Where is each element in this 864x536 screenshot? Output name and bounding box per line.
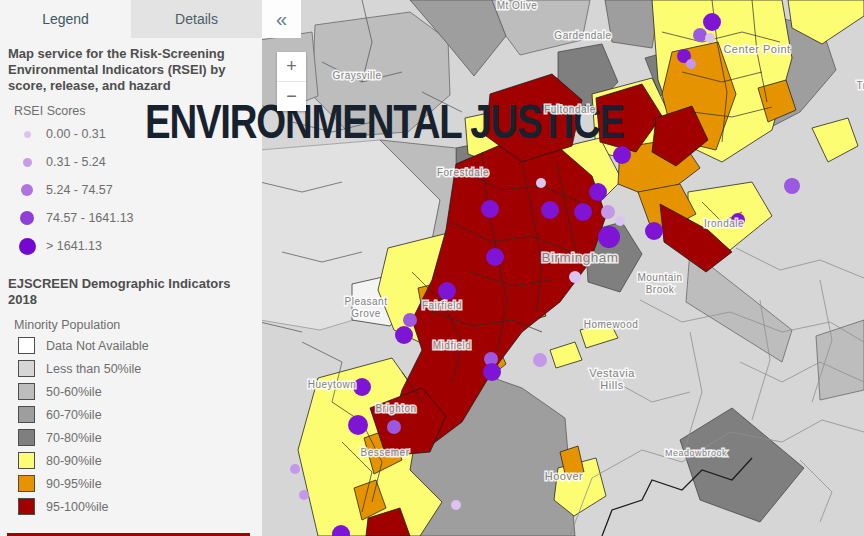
tract-map — [260, 0, 864, 536]
panel-tab-bar: Legend Details — [0, 0, 262, 38]
color-swatch — [18, 360, 35, 377]
minority-legend-label: 90-95%ile — [46, 477, 102, 491]
minority-legend-label: 70-80%ile — [46, 431, 102, 445]
zoom-control: + − — [277, 52, 306, 111]
rsei-legend-label: 0.00 - 0.31 — [46, 127, 106, 141]
minority-population-heading: Minority Population — [14, 318, 262, 332]
zoom-out-button[interactable]: − — [277, 82, 306, 111]
minority-legend-item: Data Not Available — [0, 334, 262, 357]
tab-details[interactable]: Details — [131, 0, 262, 38]
rsei-circle-symbol — [14, 184, 40, 196]
color-swatch — [18, 337, 35, 354]
zoom-in-button[interactable]: + — [277, 52, 306, 82]
minority-legend-item: 95-100%ile — [0, 495, 262, 518]
color-swatch — [18, 429, 35, 446]
minority-legend-item: 60-70%ile — [0, 403, 262, 426]
rsei-legend-label: 74.57 - 1641.13 — [46, 211, 134, 225]
minority-legend-label: 80-90%ile — [46, 454, 102, 468]
rsei-circle-symbol — [14, 211, 40, 225]
color-swatch — [18, 475, 35, 492]
tab-legend[interactable]: Legend — [0, 0, 131, 38]
rsei-legend-item: 0.31 - 5.24 — [0, 148, 262, 176]
minority-legend-item: 90-95%ile — [0, 472, 262, 495]
rsei-legend-label: 0.31 - 5.24 — [46, 155, 106, 169]
minority-legend-label: 50-60%ile — [46, 385, 102, 399]
map-canvas[interactable] — [260, 0, 864, 536]
minority-legend-label: Data Not Available — [46, 339, 149, 353]
rsei-circle-symbol — [14, 238, 40, 255]
rsei-circle-symbol — [14, 158, 40, 167]
minority-legend-item: 50-60%ile — [0, 380, 262, 403]
rsei-legend-label: > 1641.13 — [46, 239, 102, 253]
minority-legend-label: Less than 50%ile — [46, 362, 141, 376]
panel-collapse-button[interactable]: « — [262, 0, 301, 38]
minority-legend-item: 70-80%ile — [0, 426, 262, 449]
legend-panel: Legend Details Map service for the Risk-… — [0, 0, 262, 536]
minority-legend-label: 60-70%ile — [46, 408, 102, 422]
rsei-circle-symbol — [14, 131, 40, 138]
minority-legend-item: 80-90%ile — [0, 449, 262, 472]
map-overlay-title: ENVIRONMENTAL JUSTICE — [145, 98, 624, 146]
rsei-legend-item: > 1641.13 — [0, 232, 262, 260]
color-swatch — [18, 452, 35, 469]
minority-legend-label: 95-100%ile — [46, 500, 109, 514]
color-swatch — [18, 498, 35, 515]
rsei-legend-item: 74.57 - 1641.13 — [0, 204, 262, 232]
color-swatch — [18, 406, 35, 423]
minority-legend-list: Data Not AvailableLess than 50%ile50-60%… — [0, 334, 262, 518]
rsei-legend-item: 5.24 - 74.57 — [0, 176, 262, 204]
map-service-title: Map service for the Risk-Screening Envir… — [8, 46, 252, 94]
ejscreen-heading: EJSCREEN Demographic Indicators 2018 — [8, 276, 252, 308]
rsei-legend-label: 5.24 - 74.57 — [46, 183, 113, 197]
minority-legend-item: Less than 50%ile — [0, 357, 262, 380]
color-swatch — [18, 383, 35, 400]
